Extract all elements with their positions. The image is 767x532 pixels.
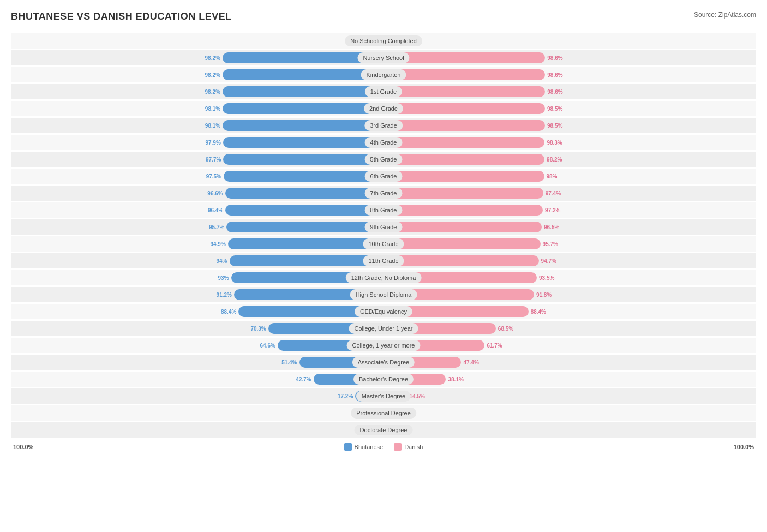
right-section: 91.8% (384, 287, 756, 302)
bar-label: 5th Grade (365, 154, 403, 165)
pink-bar (384, 188, 543, 199)
pink-bar (384, 205, 543, 216)
left-section: 98.2% (11, 67, 384, 82)
bar-label: 6th Grade (365, 171, 403, 182)
bar-row: 98.2%Nursery School98.6% (11, 50, 756, 65)
pink-value: 93.5% (539, 275, 554, 281)
left-section: 70.3% (11, 321, 384, 336)
pink-value: 95.7% (543, 241, 558, 247)
blue-value: 17.2% (338, 393, 353, 399)
bar-row: 17.2%Master's Degree14.5% (11, 388, 756, 404)
left-section: 97.9% (11, 135, 384, 150)
bar-label: 8th Grade (365, 205, 403, 216)
pink-value: 61.7% (487, 343, 502, 349)
left-section: 96.6% (11, 186, 384, 201)
bar-row: 98.2%1st Grade98.6% (11, 84, 756, 99)
blue-value: 94.9% (210, 241, 225, 247)
bar-label: 2nd Grade (364, 103, 403, 114)
pink-value: 98.6% (547, 55, 562, 61)
pink-value: 98.5% (547, 106, 562, 112)
blue-bar (223, 154, 384, 165)
legend: Bhutanese Danish (344, 443, 423, 451)
legend-item-blue: Bhutanese (344, 443, 384, 451)
pink-value: 98.6% (547, 72, 562, 78)
bar-row: 96.4%8th Grade97.2% (11, 202, 756, 218)
blue-value: 97.9% (205, 140, 220, 146)
pink-value: 94.7% (541, 258, 556, 264)
blue-value: 98.2% (205, 72, 220, 78)
pink-bar (384, 171, 544, 182)
left-section: 98.1% (11, 118, 384, 133)
right-section: 98.6% (384, 50, 756, 65)
blue-bar (223, 103, 384, 114)
right-section: 88.4% (384, 304, 756, 319)
blue-value: 96.4% (208, 207, 223, 213)
bar-row: 51.4%Associate's Degree47.4% (11, 355, 756, 370)
pink-bar (384, 238, 541, 249)
pink-value: 98.2% (547, 157, 562, 163)
right-section: 98.3% (384, 135, 756, 150)
bar-label: College, 1 year or more (347, 340, 421, 351)
footer-right: 100.0% (734, 444, 754, 450)
right-section: 98.2% (384, 152, 756, 167)
right-section: 94.7% (384, 253, 756, 268)
chart-title: BHUTANESE VS DANISH EDUCATION LEVEL (11, 11, 232, 22)
left-section: 2.3% (11, 422, 384, 438)
blue-value: 97.5% (206, 174, 221, 180)
blue-bar (228, 238, 384, 249)
blue-bar (225, 205, 384, 216)
bar-label: Doctorate Degree (355, 425, 413, 435)
pink-value: 68.5% (498, 326, 513, 332)
right-section: 98.6% (384, 67, 756, 82)
bar-row: 96.6%7th Grade97.4% (11, 186, 756, 201)
left-section: 95.7% (11, 219, 384, 235)
blue-bar (230, 255, 384, 266)
blue-value: 93% (218, 275, 229, 281)
pink-bar (384, 86, 545, 97)
bar-row: 97.7%5th Grade98.2% (11, 152, 756, 167)
pink-value: 97.4% (546, 190, 561, 196)
left-section: 98.2% (11, 84, 384, 99)
pink-value: 98% (547, 174, 558, 180)
bar-row: 91.2%High School Diploma91.8% (11, 287, 756, 302)
right-section: 98.5% (384, 101, 756, 116)
bar-row: 5.4%Professional Degree4.4% (11, 405, 756, 421)
right-section: 1.9% (384, 422, 756, 438)
bar-label: High School Diploma (350, 289, 417, 300)
left-section: 94.9% (11, 236, 384, 252)
bar-label: College, Under 1 year (349, 323, 418, 334)
right-section: 61.7% (384, 338, 756, 353)
left-section: 91.2% (11, 287, 384, 302)
legend-color-blue (344, 443, 352, 451)
blue-bar (225, 188, 384, 199)
pink-value: 38.1% (448, 376, 463, 382)
bar-row: 97.9%4th Grade98.3% (11, 135, 756, 150)
bar-label: 10th Grade (363, 238, 404, 249)
bar-row: 97.5%6th Grade98% (11, 169, 756, 184)
bar-label: 7th Grade (365, 188, 403, 199)
blue-value: 98.1% (205, 106, 220, 112)
blue-bar (224, 171, 384, 182)
blue-value: 42.7% (296, 376, 311, 382)
blue-value: 91.2% (217, 292, 232, 298)
bar-label: 1st Grade (365, 86, 402, 97)
bar-row: 98.2%Kindergarten98.6% (11, 67, 756, 82)
pink-bar (384, 120, 545, 131)
bar-row: 98.1%3rd Grade98.5% (11, 118, 756, 133)
bar-row: 98.1%2nd Grade98.5% (11, 101, 756, 116)
bar-label: 11th Grade (363, 255, 404, 266)
chart-source: Source: ZipAtlas.com (694, 11, 756, 19)
bar-label: Professional Degree (351, 408, 416, 419)
bar-label: 9th Grade (365, 222, 403, 232)
legend-label-pink: Danish (404, 444, 423, 450)
left-section: 1.8% (11, 33, 384, 49)
chart-area: 1.8%No Schooling Completed1.5%98.2%Nurse… (11, 33, 756, 438)
pink-bar (384, 137, 544, 148)
left-section: 98.2% (11, 50, 384, 65)
pink-value: 88.4% (531, 309, 546, 315)
right-section: 47.4% (384, 355, 756, 370)
bar-label: Master's Degree (356, 391, 411, 402)
pink-value: 98.3% (547, 140, 562, 146)
pink-value: 98.5% (547, 123, 562, 129)
right-section: 14.5% (384, 388, 756, 404)
